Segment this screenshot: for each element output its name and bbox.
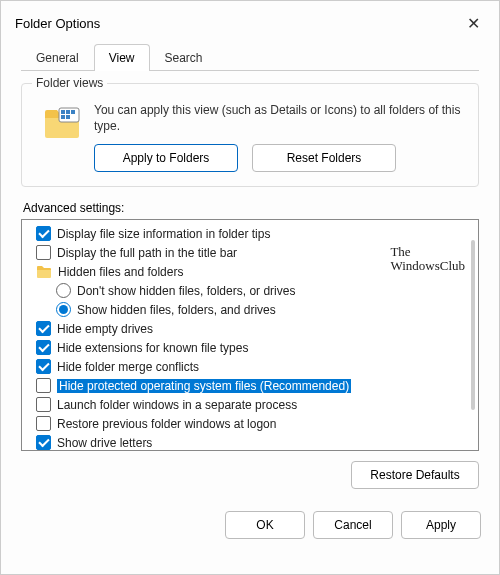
apply-button[interactable]: Apply: [401, 511, 481, 539]
tab-strip: General View Search: [21, 43, 479, 71]
item-label: Launch folder windows in a separate proc…: [57, 398, 297, 412]
svg-rect-5: [66, 115, 70, 119]
list-item[interactable]: Show drive letters: [36, 433, 476, 451]
svg-rect-1: [61, 110, 65, 114]
list-item[interactable]: Hide empty drives: [36, 319, 476, 338]
item-label: Display the full path in the title bar: [57, 246, 237, 260]
item-label: Hide empty drives: [57, 322, 153, 336]
checkbox-icon[interactable]: [36, 435, 51, 450]
window-title: Folder Options: [15, 16, 100, 31]
svg-rect-4: [61, 115, 65, 119]
list-item[interactable]: Launch folder windows in a separate proc…: [36, 395, 476, 414]
checkbox-icon[interactable]: [36, 340, 51, 355]
folder-views-title: Folder views: [32, 76, 107, 90]
item-label: Show drive letters: [57, 436, 152, 450]
checkbox-icon[interactable]: [36, 245, 51, 260]
checkbox-icon[interactable]: [36, 378, 51, 393]
tab-general[interactable]: General: [21, 44, 94, 71]
list-item[interactable]: Restore previous folder windows at logon: [36, 414, 476, 433]
folder-icon: [42, 102, 82, 142]
item-label: Hide extensions for known file types: [57, 341, 248, 355]
apply-to-folders-button[interactable]: Apply to Folders: [94, 144, 238, 172]
checkbox-icon[interactable]: [36, 416, 51, 431]
list-item[interactable]: Don't show hidden files, folders, or dri…: [36, 281, 476, 300]
item-label: Don't show hidden files, folders, or dri…: [77, 284, 295, 298]
scrollbar-thumb[interactable]: [471, 240, 475, 410]
svg-rect-3: [71, 110, 75, 114]
checkbox-icon[interactable]: [36, 226, 51, 241]
folder-views-desc: You can apply this view (such as Details…: [94, 102, 464, 134]
item-label: Hide protected operating system files (R…: [57, 379, 351, 393]
list-item[interactable]: Hide extensions for known file types: [36, 338, 476, 357]
list-item[interactable]: Hidden files and folders: [36, 262, 476, 281]
tab-view[interactable]: View: [94, 44, 150, 71]
radio-icon[interactable]: [56, 302, 71, 317]
radio-icon[interactable]: [56, 283, 71, 298]
list-item[interactable]: Display the full path in the title bar: [36, 243, 476, 262]
ok-button[interactable]: OK: [225, 511, 305, 539]
advanced-settings-label: Advanced settings:: [23, 201, 479, 215]
cancel-button[interactable]: Cancel: [313, 511, 393, 539]
checkbox-icon[interactable]: [36, 397, 51, 412]
checkbox-icon[interactable]: [36, 359, 51, 374]
list-item[interactable]: Hide folder merge conflicts: [36, 357, 476, 376]
list-item[interactable]: Display file size information in folder …: [36, 224, 476, 243]
close-icon[interactable]: ✕: [461, 11, 485, 35]
item-label: Display file size information in folder …: [57, 227, 270, 241]
folder-icon: [36, 265, 52, 279]
restore-defaults-button[interactable]: Restore Defaults: [351, 461, 479, 489]
list-item[interactable]: Hide protected operating system files (R…: [36, 376, 476, 395]
item-label: Restore previous folder windows at logon: [57, 417, 276, 431]
item-label: Hide folder merge conflicts: [57, 360, 199, 374]
checkbox-icon[interactable]: [36, 321, 51, 336]
reset-folders-button[interactable]: Reset Folders: [252, 144, 396, 172]
list-item[interactable]: Show hidden files, folders, and drives: [36, 300, 476, 319]
advanced-settings-listbox[interactable]: Display file size information in folder …: [21, 219, 479, 451]
svg-rect-2: [66, 110, 70, 114]
folder-views-group: Folder views You can apply this view (su…: [21, 83, 479, 187]
item-label: Show hidden files, folders, and drives: [77, 303, 276, 317]
item-label: Hidden files and folders: [58, 265, 183, 279]
tab-search[interactable]: Search: [150, 44, 218, 71]
